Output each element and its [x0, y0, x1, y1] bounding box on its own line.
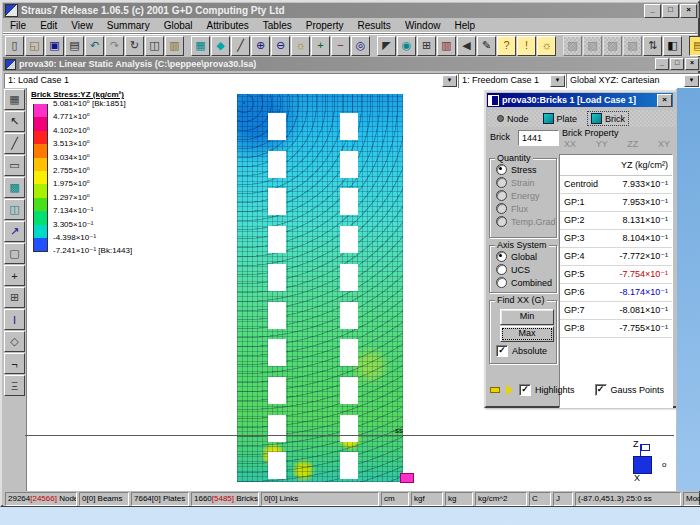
- dynamic-view-icon[interactable]: ◀: [457, 36, 476, 56]
- hint-icon[interactable]: ?: [497, 36, 516, 56]
- radio-ucs[interactable]: UCS: [490, 263, 556, 276]
- row-value: -8.174×10⁻¹: [619, 284, 668, 301]
- new-file-icon[interactable]: ▯: [5, 36, 24, 56]
- radio-flux[interactable]: Flux: [490, 202, 556, 215]
- plate-contour-icon[interactable]: ▧: [583, 36, 602, 56]
- save-icon[interactable]: ▣: [45, 36, 64, 56]
- solid-view-icon[interactable]: ◆: [211, 36, 230, 56]
- element-line-icon[interactable]: ╱: [231, 36, 250, 56]
- select-pointer-icon[interactable]: ◤: [377, 36, 396, 56]
- result-axis-combo[interactable]: Global XYZ: Cartesian ▼: [566, 73, 700, 89]
- highlights-checkbox[interactable]: ✓: [519, 384, 531, 396]
- brick-number-input[interactable]: 1441: [518, 130, 559, 146]
- tab-brick[interactable]: Brick: [588, 112, 628, 125]
- minimize-button[interactable]: _: [644, 4, 661, 18]
- displacement-scale-icon[interactable]: ⇅: [643, 36, 662, 56]
- refresh-icon[interactable]: ↻: [125, 36, 144, 56]
- beam-contour-icon[interactable]: ▨: [563, 36, 582, 56]
- chevron-down-icon[interactable]: ▼: [442, 75, 457, 87]
- table-row: GP:6-8.174×10⁻¹: [560, 284, 672, 302]
- radio-strain[interactable]: Strain: [490, 176, 556, 189]
- contour-model[interactable]: [237, 94, 403, 482]
- menu-edit[interactable]: Edit: [33, 20, 64, 31]
- gauss-points-checkbox[interactable]: ✓: [595, 384, 607, 396]
- radio-tempgrad[interactable]: Temp.Grad: [490, 215, 556, 228]
- chevron-down-icon[interactable]: ▼: [550, 75, 565, 87]
- pointer-tool[interactable]: ↖: [4, 111, 25, 132]
- peek-dialog: prova30:Bricks 1 [Load Case 1] × NodePla…: [484, 90, 676, 408]
- menu-help[interactable]: Help: [447, 20, 482, 31]
- peek-tool-icon[interactable]: ▤: [689, 36, 700, 56]
- close-icon[interactable]: ×: [657, 94, 672, 107]
- tab-plate[interactable]: Plate: [540, 112, 581, 125]
- wireframe-view-icon[interactable]: ▦: [191, 36, 210, 56]
- attach-tool[interactable]: ↗: [4, 221, 25, 242]
- rotate-model-icon[interactable]: ◉: [397, 36, 416, 56]
- radio-global[interactable]: Global: [490, 250, 556, 263]
- absolute-checkbox[interactable]: ✓: [496, 345, 508, 357]
- radio-stress[interactable]: Stress: [490, 163, 556, 176]
- menu-view[interactable]: View: [64, 20, 100, 31]
- radio-energy[interactable]: Energy: [490, 189, 556, 202]
- pencil-edit-icon[interactable]: ✎: [477, 36, 496, 56]
- snap-grid-icon[interactable]: ⊞: [417, 36, 436, 56]
- beam-section-tool[interactable]: Ξ: [4, 375, 25, 396]
- properties-tool[interactable]: ⊞: [4, 287, 25, 308]
- vector-plot-icon[interactable]: ▧: [623, 36, 642, 56]
- menu-attributes[interactable]: Attributes: [200, 20, 256, 31]
- copy-icon[interactable]: ◫: [145, 36, 164, 56]
- shade-icon[interactable]: ☼: [291, 36, 310, 56]
- menu-property[interactable]: Property: [299, 20, 351, 31]
- chevron-down-icon[interactable]: ▼: [684, 75, 699, 87]
- status-cell: kgf: [411, 492, 443, 506]
- minimize-button[interactable]: _: [655, 58, 669, 70]
- select-box-tool[interactable]: ▢: [4, 243, 25, 264]
- model-canvas[interactable]: ▦↖╱▭▩◫↗▢+⊞I◇¬Ξ Brick Stress:YZ (kg/cm²) …: [3, 88, 676, 491]
- contrast-icon[interactable]: ◧: [663, 36, 682, 56]
- rectangle-tool[interactable]: ▭: [4, 155, 25, 176]
- peek-dialog-title: prova30:Bricks 1 [Load Case 1]: [502, 95, 657, 105]
- row-value: 7.933×10⁻¹: [622, 176, 668, 193]
- clipboard-icon[interactable]: ▥: [165, 36, 184, 56]
- flash-icon[interactable]: !: [517, 36, 536, 56]
- add-node-tool[interactable]: +: [4, 265, 25, 286]
- menu-global[interactable]: Global: [157, 20, 200, 31]
- freedom-case-combo[interactable]: 1: Freedom Case 1 ▼: [458, 73, 567, 89]
- close-button[interactable]: ×: [685, 58, 699, 70]
- section-view-icon[interactable]: ▥: [437, 36, 456, 56]
- corner-tool[interactable]: ¬: [4, 353, 25, 374]
- menu-tables[interactable]: Tables: [256, 20, 299, 31]
- display-grid-tool[interactable]: ▦: [4, 89, 25, 110]
- brick-contour-icon[interactable]: ▨: [603, 36, 622, 56]
- print-icon[interactable]: ▤: [65, 36, 84, 56]
- load-case-combo[interactable]: 1: Load Case 1 ▼: [4, 73, 459, 89]
- find-max-button[interactable]: Max: [500, 326, 554, 342]
- maximize-button[interactable]: □: [670, 58, 684, 70]
- maximize-button[interactable]: □: [662, 4, 679, 18]
- move-tool[interactable]: ◇: [4, 331, 25, 352]
- radio-combined[interactable]: Combined: [490, 276, 556, 289]
- tab-node[interactable]: Node: [494, 113, 532, 125]
- menu-window[interactable]: Window: [398, 20, 448, 31]
- remove-icon[interactable]: −: [331, 36, 350, 56]
- corner-tool-glyph: ¬: [11, 358, 17, 370]
- line-tool[interactable]: ╱: [4, 133, 25, 154]
- undo-icon[interactable]: ↶: [85, 36, 104, 56]
- link-tool[interactable]: ◫: [4, 199, 25, 220]
- node-icon: [497, 115, 504, 122]
- redo-icon[interactable]: ↷: [105, 36, 124, 56]
- zoom-window-icon[interactable]: ⊕: [251, 36, 270, 56]
- zoom-extents-icon[interactable]: ◎: [351, 36, 370, 56]
- menu-summary[interactable]: Summary: [100, 20, 157, 31]
- menu-results[interactable]: Results: [351, 20, 398, 31]
- text-tool[interactable]: I: [4, 309, 25, 330]
- zoom-out-icon[interactable]: ⊖: [271, 36, 290, 56]
- add-icon[interactable]: +: [311, 36, 330, 56]
- table-row: GP:8-7.755×10⁻¹: [560, 320, 672, 338]
- bulb-icon[interactable]: ☼: [537, 36, 556, 56]
- close-button[interactable]: ×: [680, 4, 697, 18]
- open-file-icon[interactable]: ◱: [25, 36, 44, 56]
- menu-file[interactable]: File: [3, 20, 33, 31]
- brick-tool[interactable]: ▩: [4, 177, 25, 198]
- find-min-button[interactable]: Min: [500, 309, 554, 325]
